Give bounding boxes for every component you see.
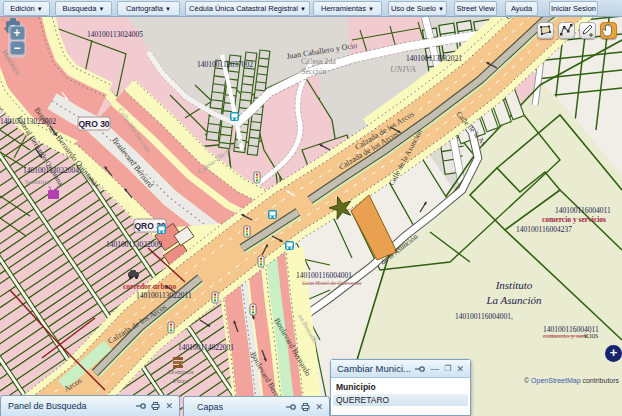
svg-text:Instituto: Instituto [495, 279, 533, 291]
svg-text:Dominos: Dominos [168, 368, 194, 376]
svg-text:icios: icios [584, 331, 598, 340]
svg-text:140100113022009: 140100113022009 [106, 240, 162, 249]
svg-text:140100116004001: 140100116004001 [296, 271, 352, 280]
svg-text:QRO 30: QRO 30 [78, 119, 109, 129]
svg-text:comercio y servicios: comercio y servicios [542, 215, 606, 224]
svg-text:comercio y serv: comercio y serv [543, 332, 588, 340]
svg-text:Gran Hotel de Queretaro: Gran Hotel de Queretaro [302, 280, 361, 286]
svg-text:140100116004011: 140100116004011 [555, 206, 611, 215]
svg-text:140100114022001: 140100114022001 [178, 343, 234, 352]
svg-text:140100116004001,: 140100116004001, [455, 312, 513, 321]
svg-text:140100113032021: 140100113032021 [406, 54, 462, 63]
svg-text:Pizza: Pizza [173, 377, 189, 385]
svg-text:corredor urbano: corredor urbano [123, 282, 177, 291]
svg-text:UNIVA: UNIVA [390, 64, 416, 74]
svg-text:La Asunción: La Asunción [485, 294, 542, 306]
svg-text:140100116004237: 140100116004237 [516, 225, 572, 234]
svg-text:140100113024005: 140100113024005 [87, 30, 143, 39]
svg-text:Sección: Sección [301, 67, 326, 76]
svg-text:140100113037002: 140100113037002 [197, 60, 253, 69]
svg-text:Sushiitte: Sushiitte [25, 178, 50, 186]
svg-text:Calesa 2da: Calesa 2da [301, 57, 336, 66]
svg-text:140100113022011: 140100113022011 [136, 291, 192, 300]
